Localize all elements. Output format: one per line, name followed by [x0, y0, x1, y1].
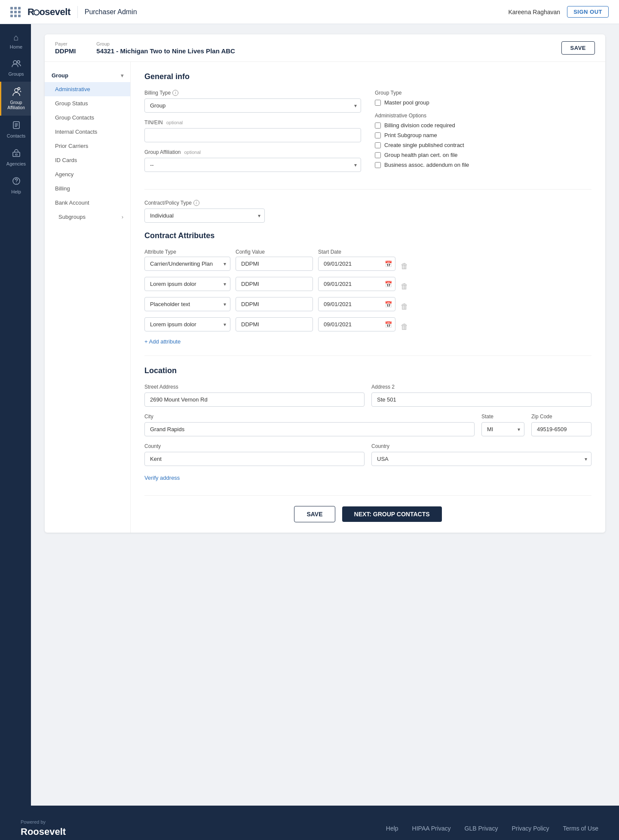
calendar-icon[interactable]: 📅 [385, 321, 392, 328]
attr-date-group-3: 📅 [318, 317, 395, 331]
calendar-icon[interactable]: 📅 [385, 261, 392, 267]
print-subgroup-checkbox[interactable] [375, 132, 381, 138]
create-single-label: Create single published contract [384, 142, 464, 148]
left-nav-item-administrative[interactable]: Administrative [45, 82, 130, 96]
payer-label: Payer [55, 41, 76, 46]
attr-type-select[interactable]: Lorem ipsum dolor [144, 317, 230, 331]
attr-config-input[interactable] [236, 297, 313, 311]
attribute-row: Lorem ipsum dolor 📅 🗑 [144, 317, 591, 331]
attr-date-input[interactable] [318, 277, 395, 291]
attr-type-select[interactable]: Carrier/Underwriting Plan [144, 257, 230, 271]
attr-type-select[interactable]: Placeholder text [144, 297, 230, 311]
attr-type-select-wrapper: Carrier/Underwriting Plan [144, 257, 230, 271]
logo: Rosevelt [28, 6, 70, 18]
sidebar-item-groups[interactable]: Groups [0, 55, 31, 82]
attr-config-input[interactable] [236, 317, 313, 331]
sidebar-item-contacts[interactable]: Contacts [0, 116, 31, 144]
agencies-icon [12, 149, 21, 159]
sidebar-item-home[interactable]: ⌂ Home [0, 28, 31, 55]
sign-out-button[interactable]: SIGN OUT [567, 6, 609, 18]
chevron-down-icon: ▾ [121, 73, 123, 79]
billing-type-select[interactable]: Group Individual Family [144, 98, 361, 113]
country-select-wrapper: USACanadaMexico [371, 452, 591, 466]
attr-type-select-wrapper: Placeholder text [144, 297, 230, 311]
calendar-icon[interactable]: 📅 [385, 301, 392, 308]
sidebar-item-help[interactable]: Help [0, 172, 31, 199]
save-button-bottom[interactable]: SAVE [294, 506, 335, 522]
left-nav-item-group-contacts[interactable]: Group Contacts [45, 110, 130, 125]
attr-type-select-wrapper: Lorem ipsum dolor [144, 277, 230, 291]
left-nav-items: AdministrativeGroup StatusGroup Contacts… [45, 82, 130, 224]
card-header: Payer DDPMI Group 54321 - Michigan Two t… [45, 34, 605, 62]
attr-date-wrapper: 📅 [318, 277, 395, 291]
street-address-input[interactable] [144, 392, 365, 407]
left-nav-item-bank-account[interactable]: Bank Account [45, 196, 130, 210]
billing-type-info-icon[interactable]: i [172, 90, 178, 96]
footer-link-privacy-policy[interactable]: Privacy Policy [512, 825, 549, 832]
verify-address-container: Verify address [144, 473, 591, 481]
page-layout: ⌂ Home Groups [0, 24, 619, 806]
footer-link-glb-privacy[interactable]: GLB Privacy [465, 825, 498, 832]
sidebar-item-agencies[interactable]: Agencies [0, 144, 31, 172]
add-attribute-button[interactable]: + Add attribute [144, 338, 181, 345]
attr-config-input[interactable] [236, 277, 313, 291]
attr-date-group-1: 📅 [318, 277, 395, 291]
group-affiliation-select[interactable]: -- [144, 158, 361, 172]
master-pool-checkbox[interactable] [375, 100, 381, 106]
save-button-top[interactable]: SAVE [561, 41, 595, 55]
footer-link-terms-of-use[interactable]: Terms of Use [563, 825, 598, 832]
delete-icon[interactable]: 🗑 [401, 282, 408, 291]
country-select[interactable]: USACanadaMexico [371, 452, 591, 466]
footer: Powered by Roosevelt HelpHIPAA PrivacyGL… [0, 806, 619, 840]
left-nav-item-id-cards[interactable]: ID Cards [45, 153, 130, 167]
attr-type-select[interactable]: Lorem ipsum dolor [144, 277, 230, 291]
zip-input[interactable] [531, 422, 591, 436]
verify-address-link[interactable]: Verify address [144, 475, 180, 481]
group-field: Group 54321 - Michigan Two to Nine Lives… [96, 41, 235, 55]
divider-2 [144, 356, 591, 356]
group-health-checkbox[interactable] [375, 152, 381, 158]
nav-right: Kareena Raghavan SIGN OUT [509, 6, 609, 18]
attr-date-input[interactable] [318, 297, 395, 311]
payer-field: Payer DDPMI [55, 41, 76, 55]
state-select[interactable]: MIOHIN [481, 422, 524, 436]
create-single-checkbox[interactable] [375, 142, 381, 148]
attr-config-input[interactable] [236, 257, 313, 271]
contract-policy-info-icon[interactable]: i [193, 200, 199, 206]
business-assoc-checkbox[interactable] [375, 162, 381, 168]
attr-delete-group-1: 🗑 [401, 282, 414, 291]
tin-ein-input[interactable] [144, 128, 361, 142]
left-nav-item-subgroups[interactable]: Subgroups› [45, 210, 130, 224]
sidebar-item-group-affiliation[interactable]: Group Affiliation [0, 82, 31, 116]
city-input[interactable] [144, 422, 475, 436]
left-nav-item-prior-carriers[interactable]: Prior Carriers [45, 139, 130, 153]
left-nav-label: Subgroups [58, 214, 86, 220]
svg-point-1 [17, 61, 20, 63]
left-nav-item-billing[interactable]: Billing [45, 181, 130, 196]
calendar-icon[interactable]: 📅 [385, 281, 392, 288]
left-nav-item-agency[interactable]: Agency [45, 167, 130, 181]
attr-type-group-0: Carrier/Underwriting Plan [144, 257, 230, 271]
next-button[interactable]: NEXT: GROUP CONTACTS [342, 506, 442, 522]
grid-menu-icon[interactable] [10, 7, 21, 17]
footer-link-hipaa-privacy[interactable]: HIPAA Privacy [412, 825, 451, 832]
attr-delete-group-3: 🗑 [401, 322, 414, 331]
group-affiliation-label: Group Affiliation optional [144, 149, 361, 155]
delete-icon[interactable]: 🗑 [401, 322, 408, 331]
attr-date-input[interactable] [318, 317, 395, 331]
county-input[interactable] [144, 452, 365, 466]
delete-icon[interactable]: 🗑 [401, 302, 408, 311]
left-nav-item-group-status[interactable]: Group Status [45, 96, 130, 110]
create-single-row: Create single published contract [375, 142, 591, 148]
contract-policy-select-wrapper: Individual Group [144, 208, 265, 223]
delete-icon[interactable]: 🗑 [401, 262, 408, 271]
address2-input[interactable] [371, 392, 591, 407]
sidebar-item-label: Home [10, 44, 22, 49]
attr-date-input[interactable] [318, 257, 395, 271]
contract-policy-group: Contract/Policy Type i Individual Group [144, 200, 265, 223]
footer-links: HelpHIPAA PrivacyGLB PrivacyPrivacy Poli… [386, 825, 598, 832]
left-nav-item-internal-contacts[interactable]: Internal Contacts [45, 125, 130, 139]
billing-div-checkbox[interactable] [375, 123, 381, 129]
contract-policy-select[interactable]: Individual Group [144, 208, 265, 223]
footer-link-help[interactable]: Help [386, 825, 398, 832]
